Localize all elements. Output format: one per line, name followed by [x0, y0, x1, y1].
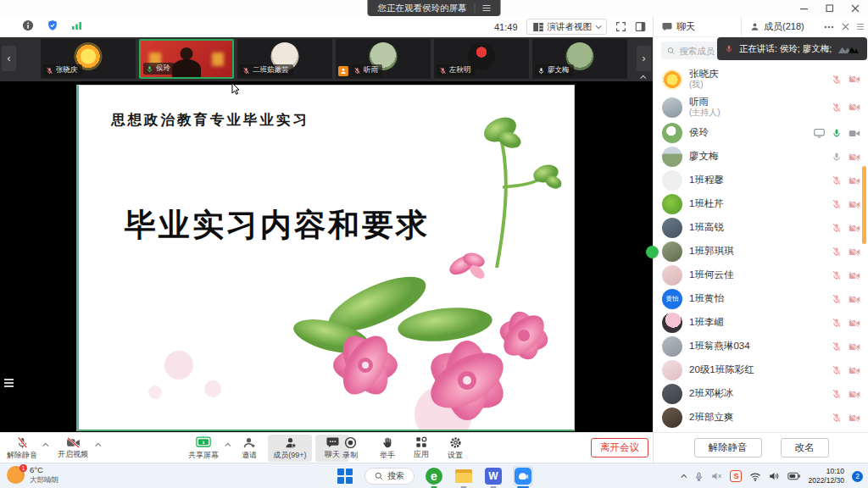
member-row[interactable]: 听雨(主持人) [654, 93, 868, 121]
side-toolbar-icon[interactable] [4, 379, 14, 387]
share-screen-button[interactable]: 共享屏幕 [183, 435, 224, 462]
minimize-button[interactable] [800, 4, 809, 13]
avatar [662, 170, 682, 191]
member-name: 侯玲 [689, 127, 807, 138]
share-options-chevron[interactable] [225, 443, 231, 449]
avatar [662, 241, 682, 262]
video-options-chevron[interactable] [95, 443, 101, 449]
record-button[interactable]: 录制 [330, 435, 370, 462]
browser-app-icon[interactable]: e [424, 466, 444, 486]
weather-widget[interactable]: 1 6°C大部晴朗 [7, 465, 58, 485]
invite-button[interactable]: 邀请 [232, 435, 266, 462]
video-tile[interactable]: 听雨 [336, 39, 431, 79]
member-row[interactable]: 1班郭琪琪 [654, 240, 868, 263]
meeting-logo-icon [515, 468, 531, 485]
video-tile[interactable]: 侯玲 [139, 39, 234, 79]
start-video-button[interactable]: 开启视频 [51, 435, 95, 462]
mic-active-icon [725, 44, 733, 53]
network-signal-icon[interactable] [71, 20, 83, 30]
view-mode-dropdown[interactable]: 演讲者视图 [526, 19, 608, 35]
start-video-label: 开启视频 [58, 449, 88, 460]
file-explorer-icon[interactable] [453, 466, 474, 486]
tray-audio-muted-icon[interactable] [711, 471, 722, 481]
side-panel-icon[interactable] [635, 21, 646, 32]
strip-scroll-left-button[interactable]: ‹ [2, 46, 16, 71]
unmute-all-button[interactable]: 解除静音 [694, 438, 762, 458]
member-name: 廖文梅 [689, 151, 825, 162]
mic-muted-icon [832, 318, 842, 328]
mic-options-chevron[interactable] [42, 443, 48, 449]
members-button[interactable]: 成员(99+) [268, 435, 312, 462]
tray-s-app-icon[interactable]: S [730, 470, 742, 482]
member-row[interactable]: 廖文梅 [654, 145, 868, 169]
screen-watch-banner[interactable]: 您正在观看侯玲的屏幕 [368, 0, 501, 16]
members-icon [284, 436, 297, 449]
meeting-app-icon[interactable] [513, 466, 533, 486]
tray-mic-icon[interactable] [694, 471, 704, 482]
member-row[interactable]: 1班杜芹 [654, 192, 868, 216]
clock-date: 2022/12/30 [808, 476, 844, 485]
banner-menu-icon[interactable] [483, 5, 491, 12]
member-row[interactable]: 张晓庆(我) [654, 65, 868, 93]
maximize-button[interactable] [826, 4, 834, 13]
panel-menu-icon[interactable] [857, 24, 864, 30]
share-screen-label: 共享屏幕 [188, 450, 219, 461]
share-screen-icon [196, 436, 211, 449]
raise-hand-icon [381, 436, 393, 449]
start-button[interactable] [335, 466, 355, 486]
strip-scroll-right-button[interactable]: › [637, 46, 651, 71]
mic-muted-icon [832, 103, 842, 113]
more-icon[interactable] [824, 25, 834, 29]
wps-app-icon[interactable]: W [483, 466, 504, 486]
wifi-icon[interactable] [749, 472, 761, 481]
member-row[interactable]: 1班翁燕琳034 [654, 335, 868, 358]
browser-letter-icon: e [426, 468, 442, 485]
member-row[interactable]: 1班高锐 [654, 216, 868, 240]
volume-icon[interactable] [769, 471, 780, 481]
record-label: 录制 [342, 450, 358, 461]
member-list-scrollbar[interactable] [862, 166, 866, 244]
meeting-timer: 41:49 [494, 22, 518, 32]
unmute-button[interactable]: 解除静音 [2, 435, 42, 462]
tab-members[interactable]: 成员(218) [741, 17, 824, 36]
camera-off-icon [849, 342, 860, 352]
windows-taskbar: 1 6°C大部晴朗 搜索 e W S 10:10 2022/12/30 [0, 463, 868, 488]
reaction-bubble[interactable] [646, 246, 659, 258]
member-row[interactable]: 20级1班陈彩红 [654, 358, 868, 382]
member-row[interactable]: 1班何云佳 [654, 263, 868, 287]
video-tile[interactable]: 左秋明 [434, 39, 529, 79]
collapse-strip-icon[interactable] [640, 75, 646, 81]
settings-label: 设置 [448, 450, 463, 461]
member-row[interactable]: 2班邓彬冰 [654, 382, 868, 406]
member-row[interactable]: 侯玲 [654, 121, 868, 145]
avatar [662, 265, 682, 286]
meeting-info-icon[interactable] [22, 19, 34, 31]
video-tile[interactable]: 张晓庆 [41, 39, 136, 79]
avatar [662, 360, 682, 380]
logo-watermark-icon [837, 43, 860, 54]
clock-time: 10:10 [826, 467, 844, 476]
taskbar-search[interactable]: 搜索 [364, 468, 415, 485]
leave-meeting-button[interactable]: 离开会议 [591, 438, 648, 458]
member-row[interactable]: 1班李嵋 [654, 311, 868, 335]
close-panel-icon[interactable] [842, 23, 849, 30]
tab-chat[interactable]: 聊天 [654, 20, 741, 33]
battery-icon[interactable] [787, 472, 800, 480]
slide-title: 毕业实习内容和要求 [125, 204, 430, 247]
member-subtitle: (我) [689, 80, 825, 90]
member-row[interactable]: 黄怡 1班黄怡 [654, 287, 868, 311]
rename-button[interactable]: 改名 [781, 438, 829, 458]
video-tile[interactable]: 二班茹嫩芸 [237, 39, 332, 79]
security-shield-icon[interactable] [47, 19, 58, 31]
member-row[interactable]: 1班程馨 [654, 169, 868, 192]
settings-button[interactable]: 设置 [435, 435, 476, 462]
video-tile[interactable]: 廖文梅 [532, 39, 627, 79]
taskbar-clock[interactable]: 10:10 2022/12/30 [808, 467, 844, 485]
notification-badge[interactable]: 2 [852, 471, 863, 482]
tray-expand-chevron[interactable] [682, 474, 687, 480]
fullscreen-icon[interactable] [615, 21, 626, 32]
participant-name: 听雨 [364, 65, 378, 75]
close-button[interactable] [851, 4, 860, 13]
member-row[interactable]: 2班部立爽 [654, 406, 868, 430]
mic-muted-icon [832, 199, 842, 209]
